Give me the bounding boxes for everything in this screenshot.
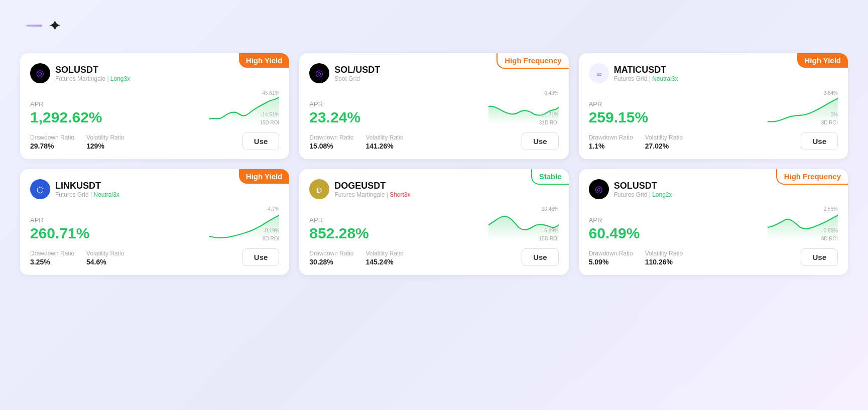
drawdown-value: 5.09% (589, 258, 633, 266)
volatility-value: 54.6% (86, 258, 124, 266)
recommendation-card: High Frequency ◎ SOLUSDT Futures Grid | … (579, 169, 848, 275)
recommendation-card: Stable Ð DOGEUSDT Futures Martingale | S… (299, 169, 568, 275)
coin-info: DOGEUSDT Futures Martingale | Short3x (334, 181, 410, 198)
card-footer: Drawdown Ratio 1.1% Volatility Ratio 27.… (589, 132, 838, 150)
apr-section: APR 852.28% (309, 216, 432, 241)
roi-period-label: 15D ROI (260, 120, 279, 125)
sparkle-icon: ✦ (48, 16, 62, 35)
chart-bottom-label: 0% (831, 112, 838, 117)
apr-section: APR 259.15% (589, 100, 711, 125)
chart-area: 4.7% -0.19% 8D ROI (157, 206, 279, 241)
chart-top-label: 20.46% (542, 206, 559, 212)
drawdown-label: Drawdown Ratio (309, 250, 353, 257)
volatility-item: Volatility Ratio 141.26% (365, 134, 403, 150)
drawdown-item: Drawdown Ratio 3.25% (30, 250, 74, 266)
coin-sub: Futures Grid | Long2x (614, 191, 672, 198)
coin-name: SOLUSDT (614, 181, 672, 191)
drawdown-item: Drawdown Ratio 15.08% (309, 134, 353, 150)
leverage-tag: Long3x (110, 75, 130, 82)
drawdown-label: Drawdown Ratio (30, 250, 74, 257)
ratio-row: Drawdown Ratio 15.08% Volatility Ratio 1… (309, 134, 518, 150)
use-button[interactable]: Use (522, 248, 559, 266)
roi-period-label: 8D ROI (263, 236, 279, 241)
apr-value: 23.24% (309, 109, 432, 125)
ratios-section: Drawdown Ratio 30.28% Volatility Ratio 1… (309, 250, 518, 266)
coin-info: MATICUSDT Futures Grid | Neutral3x (614, 65, 678, 82)
svg-text:◎: ◎ (315, 68, 323, 78)
chart-bottom-label: -6.29% (543, 228, 559, 233)
drawdown-value: 15.08% (309, 142, 353, 150)
volatility-label: Volatility Ratio (645, 134, 683, 141)
ratio-row: Drawdown Ratio 30.28% Volatility Ratio 1… (309, 250, 518, 266)
coin-icon: Ð (309, 179, 329, 199)
card-body: APR 260.71% 4.7% -0.19% 8D ROI (30, 206, 279, 241)
card-tag: High Yield (239, 53, 290, 68)
apr-section: APR 60.49% (589, 216, 711, 241)
coin-sub: Spot Grid (334, 75, 380, 82)
volatility-value: 129% (86, 142, 124, 150)
volatility-item: Volatility Ratio 145.24% (365, 250, 403, 266)
coin-info: SOL/USDT Spot Grid (334, 65, 380, 82)
drawdown-value: 29.78% (30, 142, 74, 150)
coin-icon: ∞ (589, 63, 609, 83)
leverage-tag: Short3x (390, 191, 410, 198)
volatility-label: Volatility Ratio (645, 250, 683, 257)
use-button[interactable]: Use (522, 132, 559, 150)
volatility-label: Volatility Ratio (365, 250, 403, 257)
apr-label: APR (309, 216, 432, 224)
chart-top-label: 4.7% (268, 206, 280, 212)
ratio-row: Drawdown Ratio 5.09% Volatility Ratio 11… (589, 250, 797, 266)
svg-text:Ð: Ð (317, 186, 322, 194)
use-button[interactable]: Use (801, 248, 838, 266)
apr-label: APR (589, 100, 711, 108)
card-header: Ð DOGEUSDT Futures Martingale | Short3x (309, 179, 558, 199)
card-footer: Drawdown Ratio 30.28% Volatility Ratio 1… (309, 248, 558, 266)
chart-area: 2.55% -0.56% 8D ROI (715, 206, 838, 241)
coin-name: SOL/USDT (334, 65, 380, 75)
drawdown-label: Drawdown Ratio (30, 134, 74, 141)
coin-icon: ◎ (309, 63, 329, 83)
apr-value: 260.71% (30, 225, 153, 241)
card-footer: Drawdown Ratio 3.25% Volatility Ratio 54… (30, 248, 279, 266)
apr-section: APR 1,292.62% (30, 100, 153, 125)
volatility-label: Volatility Ratio (365, 134, 403, 141)
coin-icon: ◎ (30, 63, 50, 83)
apr-label: APR (30, 216, 153, 224)
ratio-row: Drawdown Ratio 3.25% Volatility Ratio 54… (30, 250, 238, 266)
svg-text:⬡: ⬡ (37, 186, 44, 194)
drawdown-value: 30.28% (309, 258, 353, 266)
card-tag: High Frequency (776, 169, 848, 185)
coin-info: SOLUSDT Futures Martingale | Long3x (55, 65, 130, 82)
recommendation-card: High Yield ⬡ LINKUSDT Futures Grid | Neu… (20, 169, 289, 275)
ratios-section: Drawdown Ratio 3.25% Volatility Ratio 54… (30, 250, 238, 266)
chart-bottom-label: -0.56% (822, 228, 838, 233)
drawdown-item: Drawdown Ratio 30.28% (309, 250, 353, 266)
coin-sub: Futures Grid | Neutral3x (55, 191, 119, 198)
volatility-item: Volatility Ratio 54.6% (86, 250, 124, 266)
apr-section: APR 23.24% (309, 100, 432, 125)
drawdown-item: Drawdown Ratio 5.09% (589, 250, 633, 266)
chart-top-label: 0.43% (544, 90, 558, 96)
chart-top-label: 45.61% (262, 90, 279, 96)
drawdown-label: Drawdown Ratio (309, 134, 353, 141)
leverage-tag: Long2x (652, 191, 672, 198)
drawdown-label: Drawdown Ratio (589, 134, 633, 141)
roi-period-label: 31D ROI (539, 120, 559, 125)
apr-section: APR 260.71% (30, 216, 153, 241)
use-button[interactable]: Use (242, 248, 280, 266)
coin-info: SOLUSDT Futures Grid | Long2x (614, 181, 672, 198)
volatility-label: Volatility Ratio (86, 250, 124, 257)
use-button[interactable]: Use (801, 132, 838, 150)
card-body: APR 852.28% 20.46% -6.29% 15D ROI (309, 206, 558, 241)
coin-info: LINKUSDT Futures Grid | Neutral3x (55, 181, 119, 198)
card-footer: Drawdown Ratio 5.09% Volatility Ratio 11… (589, 248, 838, 266)
volatility-value: 141.26% (365, 142, 403, 150)
page-header: ✦ (20, 16, 848, 39)
roi-period-label: 8D ROI (821, 120, 838, 125)
recommendation-card: High Frequency ◎ SOL/USDT Spot Grid APR … (299, 53, 568, 159)
ratios-section: Drawdown Ratio 15.08% Volatility Ratio 1… (309, 134, 518, 150)
use-button[interactable]: Use (242, 132, 280, 150)
chart-area: 45.61% -14.51% 15D ROI (157, 90, 279, 125)
chart-bottom-label: -14.51% (261, 112, 279, 117)
apr-label: APR (309, 100, 432, 108)
